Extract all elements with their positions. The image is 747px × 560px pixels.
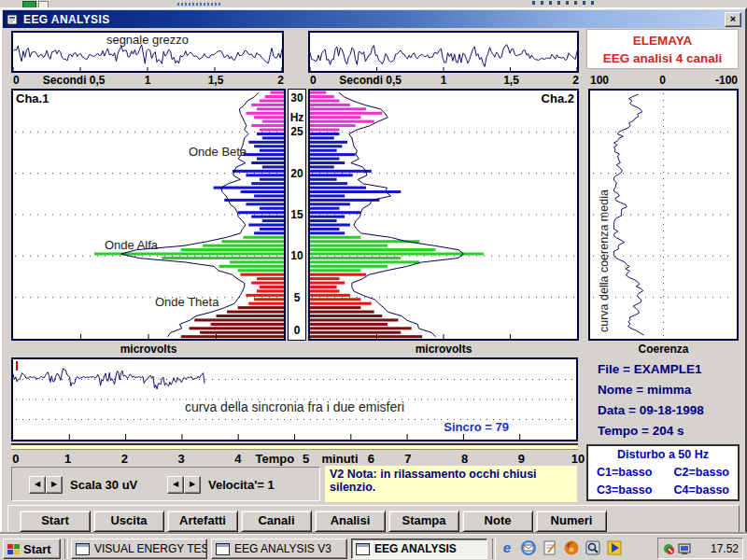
tick-label: 25	[289, 125, 305, 138]
firefox-icon[interactable]	[563, 539, 580, 556]
raw-signal-chart-ch2	[308, 31, 579, 73]
analisi-button[interactable]: Analisi	[315, 511, 386, 532]
time-value: Tempo = 204 s	[598, 421, 745, 441]
tick-label: 1	[145, 74, 151, 87]
tick-label: 3	[177, 452, 184, 466]
microvolts-label-ch1: microvolts	[11, 343, 286, 356]
velocita-label: Velocita'= 1	[208, 478, 275, 492]
taskbar: Start VISUAL ENERGY TES... EEG ANALYSIS …	[0, 534, 747, 560]
sync-time-axis: 0 1 2 3 4 Tempo 5 minuti 6 7 8 9 10	[11, 452, 578, 466]
uscita-button[interactable]: Uscita	[93, 511, 164, 532]
raw-signal-title: segnale grezzo	[13, 33, 282, 47]
tick-label: 1	[441, 74, 447, 87]
scala-increase-button[interactable]: ▶	[46, 476, 63, 494]
tick-label: 1	[64, 452, 71, 466]
tick-label: 10	[571, 452, 585, 466]
media-player-icon[interactable]	[606, 539, 623, 556]
tick-label: 30	[289, 91, 305, 105]
axis-unit-label: Hz	[289, 111, 305, 124]
start-menu-button[interactable]: Start	[3, 539, 61, 559]
tick-label: 2	[121, 452, 128, 466]
tray-status-icon[interactable]	[662, 542, 675, 555]
velocita-increase-button[interactable]: ▶	[184, 476, 201, 494]
desktop-fragment	[532, 1, 598, 5]
name-value: Nome = mimma	[598, 380, 745, 400]
channel2-label: Cha.2	[542, 91, 574, 105]
taskbar-clock[interactable]: 17.52	[711, 542, 739, 555]
raw-signal-chart-ch1: segnale grezzo	[11, 31, 284, 73]
image-viewer-icon[interactable]	[585, 539, 601, 556]
outlook-express-icon[interactable]	[520, 539, 537, 556]
window-glyph-icon	[216, 543, 230, 555]
start-button[interactable]: Start	[20, 511, 91, 532]
velocita-decrease-button[interactable]: ◀	[167, 476, 184, 494]
microvolts-label-ch2: microvolts	[308, 343, 579, 356]
brand-line2: EEG analisi 4 canali	[587, 49, 738, 67]
tick-label: 4	[234, 452, 241, 466]
artefatti-button[interactable]: Artefatti	[167, 511, 238, 532]
tick-label: 2	[572, 74, 579, 87]
tick-label: 6	[368, 452, 374, 466]
c4-status: C4=basso	[674, 483, 729, 497]
coerenza-caption: Coerenza	[588, 343, 739, 356]
task-button-eeg-analysis-active[interactable]: EEG ANALYSIS	[351, 539, 487, 559]
tick-label: 20	[289, 167, 305, 180]
task-label: VISUAL ENERGY TES...	[94, 542, 207, 555]
tick-label: 1,5	[503, 74, 519, 87]
window-title: EEG ANALYSIS	[23, 13, 110, 26]
coherence-axis: 100 0 -100	[590, 74, 738, 87]
sync-chart: curva della sincronia fra i due emisferi…	[11, 357, 578, 441]
coherence-chart: curva della coerenza media	[588, 89, 739, 341]
file-value: File = EXAMPLE1	[598, 359, 745, 380]
c3-status: C3=basso	[597, 483, 652, 497]
system-tray: 17.52	[657, 538, 743, 559]
disturbo-box: Disturbo a 50 Hz C1=basso C2=basso C3=ba…	[586, 444, 740, 501]
note-field[interactable]: V2 Nota: in rilassamento occhi chiusi si…	[325, 466, 577, 502]
tick-label: 5	[303, 452, 309, 466]
notepad-icon[interactable]	[542, 539, 558, 556]
onde-theta-label: Onde Theta	[155, 295, 218, 309]
onde-alfa-label: Onde Alfa	[105, 238, 158, 252]
start-label: Start	[23, 542, 51, 556]
tick-label: -100	[715, 74, 738, 87]
numeri-button[interactable]: Numeri	[536, 511, 607, 532]
task-button-visual-energy[interactable]: VISUAL ENERGY TES...	[71, 539, 207, 559]
tick-label: Secondi 0,5	[43, 74, 106, 87]
sync-caption: curva della sincronia fra i due emisferi	[13, 399, 576, 414]
c1-status: C1=basso	[597, 466, 652, 479]
scala-label: Scala 30 uV	[70, 478, 137, 492]
session-info: File = EXAMPLE1 Nome = mimma Data = 09-1…	[598, 359, 745, 441]
seconds-axis-ch2: 0 Secondi 0,5 1 1,5 2	[308, 74, 579, 87]
taskbar-separator	[492, 539, 496, 559]
seconds-axis-ch1: 0 Secondi 0,5 1 1,5 2	[11, 74, 284, 87]
sincro-value: Sincro = 79	[444, 420, 509, 434]
close-button[interactable]: ×	[725, 12, 741, 27]
controls-panel: ◀ ▶ Scala 30 uV ◀ ▶ Velocita'= 1	[11, 467, 320, 501]
onde-beta-label: Onde Beta	[189, 145, 247, 159]
axis-word-minuti: minuti	[322, 452, 359, 466]
title-bar[interactable]: EEG ANALYSIS ×	[3, 10, 744, 28]
scala-decrease-button[interactable]: ◀	[29, 476, 46, 494]
spectrum-chart-ch1: Cha.1 Onde Beta Onde Alfa Onde Theta	[11, 89, 286, 341]
tray-display-icon[interactable]	[678, 542, 691, 555]
tick-label: 0	[12, 452, 19, 466]
stampa-button[interactable]: Stampa	[388, 511, 459, 532]
canali-button[interactable]: Canali	[241, 511, 312, 532]
window-glyph-icon	[76, 543, 90, 555]
tick-label: Secondi 0,5	[339, 74, 402, 87]
tick-label: 8	[461, 452, 468, 466]
brand-box: ELEMAYA EEG analisi 4 canali	[586, 29, 739, 69]
note-button[interactable]: Note	[462, 511, 533, 532]
tick-label: 0	[289, 324, 305, 337]
channel1-label: Cha.1	[16, 91, 49, 105]
tick-label: 7	[404, 452, 411, 466]
tick-label: 0	[13, 74, 20, 87]
tick-label: 1,5	[208, 74, 224, 87]
windows-flag-icon	[7, 543, 21, 555]
tick-label: 9	[518, 452, 525, 466]
task-button-eeg-analysis-v3[interactable]: EEG ANALYSIS V3	[211, 539, 347, 559]
c2-status: C2=basso	[674, 466, 729, 479]
sync-scrollbar-strip[interactable]	[11, 443, 578, 450]
tick-label: 0	[659, 74, 666, 87]
internet-explorer-icon[interactable]: e	[499, 539, 515, 556]
